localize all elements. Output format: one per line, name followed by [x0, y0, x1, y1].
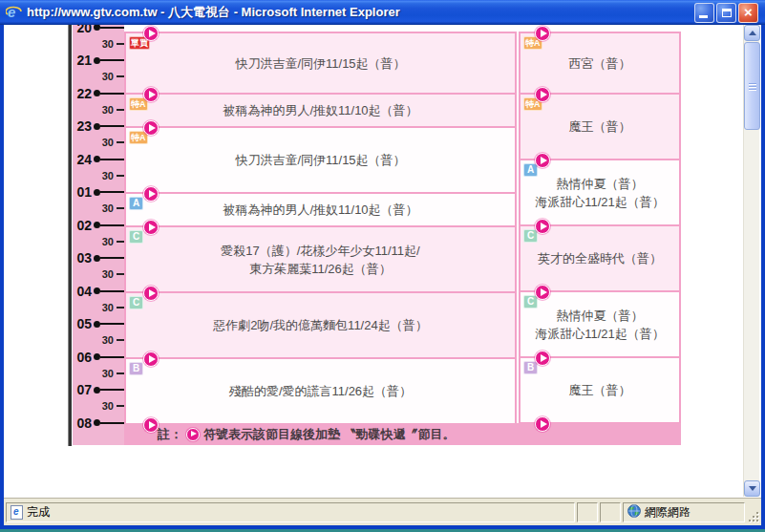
schedule-axis-rule: [68, 25, 72, 446]
time-half-hour-row: 30: [73, 366, 124, 381]
half-hour-tick: [117, 75, 124, 77]
hour-line: [100, 290, 124, 292]
hour-label: 04: [76, 284, 92, 299]
half-hour-tick: [117, 109, 124, 111]
time-half-hour-row: 30: [73, 234, 124, 249]
status-panel-main: 完成: [6, 502, 575, 522]
play-icon: [143, 186, 159, 202]
half-hour-tick: [117, 273, 124, 275]
program-title: 惡作劇2吻/我的億萬麵包11/24起（普）: [213, 316, 427, 334]
time-hour-row: 08: [73, 415, 124, 431]
internet-explorer-icon: e: [6, 4, 23, 21]
hour-label: 01: [76, 184, 92, 200]
half-hour-tick: [117, 405, 124, 407]
play-icon: [535, 416, 550, 432]
half-hour-tick: [117, 339, 124, 341]
program-cell: 特A西宮（普）: [521, 33, 679, 95]
half-hour-label: 30: [102, 170, 114, 181]
time-half-hour-row: 30: [73, 36, 124, 52]
hour-label: 07: [76, 382, 92, 397]
half-hour-tick: [117, 241, 124, 243]
hour-line: [100, 125, 124, 127]
browser-window: e http://www.gtv.com.tw - 八大電視台 - Micros…: [0, 0, 765, 532]
hour-dot: [94, 156, 100, 162]
half-hour-tick: [117, 43, 124, 45]
program-cell: A被稱為神的男人/推奴11/10起（普）: [126, 194, 515, 227]
half-hour-label: 30: [102, 71, 114, 82]
half-hour-label: 30: [102, 38, 114, 50]
hour-label: 03: [76, 250, 92, 266]
hour-line: [100, 257, 124, 259]
window-border-right: [761, 25, 765, 525]
half-hour-tick: [117, 307, 124, 309]
program-cell: 特A被稱為神的男人/推奴11/10起（普）: [126, 95, 515, 128]
program-title: 英才的全盛時代（普）: [538, 249, 662, 267]
scrollbar-thumb[interactable]: [744, 42, 760, 130]
program-cell: A熱情仲夏（普）海派甜心11/21起（普）: [521, 160, 679, 226]
time-hour-row: 05: [73, 316, 124, 331]
scroll-down-button[interactable]: [744, 480, 760, 497]
maximize-button[interactable]: [716, 3, 736, 23]
play-icon: [535, 351, 550, 366]
hour-label: 22: [76, 86, 92, 101]
hour-dot: [94, 222, 100, 228]
hour-line: [100, 27, 124, 29]
hour-dot: [94, 419, 100, 426]
program-title: 海派甜心11/21起（普）: [535, 193, 665, 211]
time-hour-row: 04: [73, 284, 124, 299]
schedule-right-column: 特A西宮（普）特A魔王（普）A熱情仲夏（普）海派甜心11/21起（普）C英才的全…: [519, 32, 681, 424]
time-hour-row: 01: [73, 184, 124, 200]
program-title: 被稱為神的男人/推奴11/10起（普）: [223, 201, 417, 219]
play-icon: [143, 351, 159, 367]
program-title: 魔王（普）: [569, 381, 631, 399]
half-hour-label: 30: [102, 334, 114, 346]
time-hour-row: 23: [73, 118, 124, 134]
hour-dot: [94, 287, 100, 294]
status-panel-spacer-2: [600, 502, 621, 522]
time-half-hour-row: 30: [73, 398, 124, 414]
time-column: 2030213022302330243001300230033004300530…: [73, 25, 124, 445]
play-icon: [143, 417, 159, 433]
arrow-up-icon: [749, 31, 756, 35]
play-icon: [186, 428, 200, 441]
program-title: 快刀洪吉童/同伊11/15起（普）: [235, 54, 405, 73]
half-hour-label: 30: [102, 104, 114, 116]
play-icon: [143, 220, 159, 235]
program-cell: C英才的全盛時代（普）: [521, 226, 679, 292]
time-half-hour-row: 30: [73, 300, 124, 315]
play-icon: [143, 120, 159, 136]
hour-dot: [94, 321, 100, 328]
rating-badge: A: [129, 197, 143, 210]
program-cell: C愛殺17（護）/花樣少年少女11/11起/東方茱麗葉11/26起（普）: [126, 227, 515, 293]
play-icon: [143, 87, 159, 102]
hour-label: 20: [76, 25, 92, 35]
program-title: 愛殺17（護）/花樣少年少女11/11起/: [221, 242, 419, 260]
half-hour-label: 30: [102, 268, 114, 280]
program-cell: C惡作劇2吻/我的億萬麵包11/24起（普）: [126, 293, 515, 359]
half-hour-tick: [117, 372, 124, 374]
page-content: 2030213022302330243001300230033004300530…: [4, 25, 761, 498]
hour-label: 02: [76, 218, 92, 233]
play-icon: [535, 87, 550, 102]
time-hour-row: 07: [73, 382, 124, 397]
hour-line: [100, 224, 124, 226]
close-button[interactable]: ×: [738, 3, 758, 23]
resize-grip[interactable]: [747, 510, 759, 522]
half-hour-tick: [117, 141, 124, 143]
scroll-up-button[interactable]: [744, 25, 760, 41]
half-hour-label: 30: [102, 368, 114, 379]
window-title: http://www.gtv.com.tw - 八大電視台 - Microsof…: [27, 4, 694, 21]
vertical-scrollbar[interactable]: [743, 25, 759, 497]
hour-line: [100, 59, 124, 61]
rating-badge: B: [129, 362, 143, 375]
hour-label: 24: [76, 152, 92, 167]
hour-line: [100, 389, 124, 391]
time-hour-row: 06: [73, 350, 124, 365]
program-title: 熱情仲夏（普）: [557, 307, 644, 325]
hour-label: 06: [76, 350, 92, 365]
play-icon: [535, 219, 550, 234]
hour-label: 08: [76, 415, 92, 431]
title-bar[interactable]: e http://www.gtv.com.tw - 八大電視台 - Micros…: [0, 0, 765, 25]
minimize-button[interactable]: [694, 3, 714, 23]
program-title: 海派甜心11/21起（普）: [535, 325, 665, 343]
